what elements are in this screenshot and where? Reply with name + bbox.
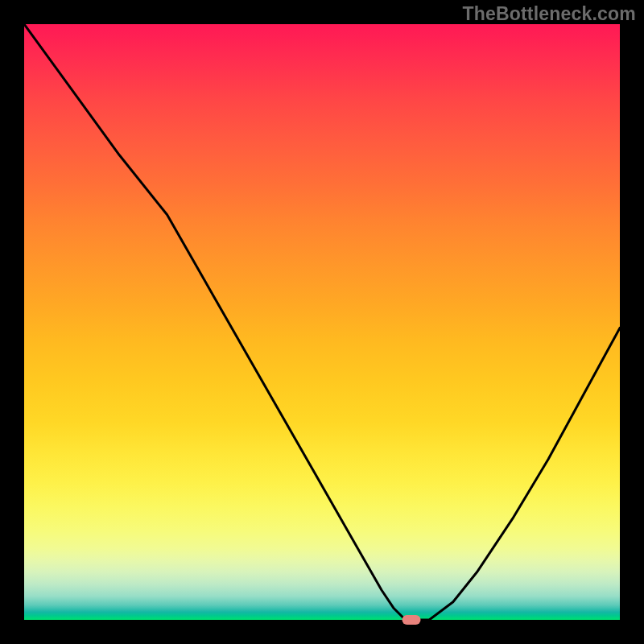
bottleneck-curve (24, 24, 620, 620)
plot-area (24, 24, 620, 620)
attribution-text: TheBottleneck.com (462, 3, 636, 25)
optimal-marker (402, 615, 421, 625)
chart-container: TheBottleneck.com (0, 0, 644, 644)
